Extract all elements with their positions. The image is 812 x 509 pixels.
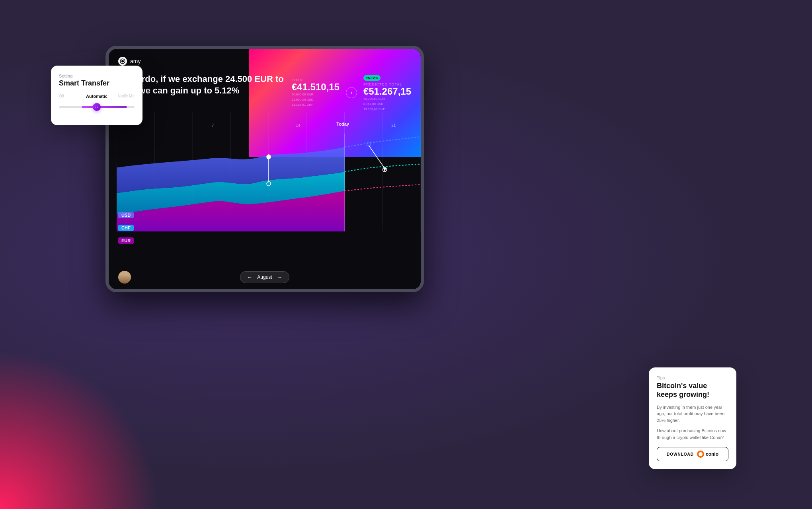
label-chf: CHF (118, 225, 134, 231)
screen-header: amy (109, 49, 421, 70)
thumb-left-arrow: ‹ (95, 105, 96, 109)
slider-container: Off Automatic Notify Me ‹ › (59, 94, 135, 116)
setting-label: Setting (59, 74, 135, 78)
total-amount: €41.510,15 (292, 82, 340, 92)
chart-tick-today: Today (336, 122, 349, 126)
conio-icon (697, 451, 704, 458)
chart-tick-21: 21 (391, 123, 396, 128)
thumb-right-arrow: › (97, 105, 98, 109)
badge-positive: +5.12% (363, 75, 381, 81)
prev-month-arrow[interactable]: ← (247, 274, 252, 280)
slider-off-label: Off (59, 94, 64, 98)
predicted-amount: €51.267,15 (363, 86, 411, 97)
total-block: TOTAL €41.510,15 20.000,60 EUR 15.000,00… (292, 78, 340, 108)
chart-labels: USD CHF EUR (118, 212, 134, 244)
bg-red-accent (0, 350, 159, 509)
month-navigator: ← August → (240, 271, 289, 283)
conio-logo: conio (697, 451, 718, 458)
conio-inner (699, 452, 703, 456)
user-avatar[interactable] (118, 271, 131, 284)
chart-tick-7: 7 (212, 123, 214, 128)
tips-description-1: By investing in them just one year ago, … (657, 404, 728, 424)
slider-fill (82, 106, 127, 108)
svg-point-1 (121, 60, 124, 62)
amy-logo (118, 57, 127, 66)
total-section: TOTAL €41.510,15 20.000,60 EUR 15.000,00… (292, 74, 411, 112)
total-usd: 15.000,00 USD (292, 97, 340, 103)
chart-svg (117, 112, 421, 231)
exchange-arrow: › (346, 87, 357, 98)
pred-usd: 8.167,00 USD (363, 102, 411, 107)
slider-automatic-label: Automatic (86, 94, 107, 99)
slider-labels: Off Automatic Notify Me (59, 94, 135, 98)
ipad-frame: amy Riccardo, if we exchange 24.500 EUR … (105, 46, 424, 292)
thumb-inner: ‹ › (95, 105, 98, 109)
main-message: Riccardo, if we exchange 24.500 EUR to C… (118, 74, 284, 96)
tips-title: Bitcoin's value keeps growing! (657, 382, 728, 399)
label-eur: EUR (118, 237, 134, 244)
screen-bottom: ← August → (109, 268, 421, 289)
slider-notify-label: Notify Me (118, 94, 135, 98)
total-chf: 13.195,61 CHF (292, 103, 340, 108)
download-label: DOWNLOAD (667, 452, 694, 457)
conio-name: conio (706, 451, 718, 457)
predicted-block: +5.12% PREDICTED TOTAL €51.267,15 40.000… (363, 74, 411, 112)
tips-description-2: How about purchasing Bitcoins now throug… (657, 427, 728, 441)
pred-chf: 19.195,61 CHF (363, 107, 411, 112)
predicted-sub: 40.000,60 EUR 8.167,00 USD 19.195,61 CHF (363, 97, 411, 112)
screen-main: Riccardo, if we exchange 24.500 EUR to C… (109, 70, 421, 112)
label-usd: USD (118, 212, 134, 218)
pred-eur: 40.000,60 EUR (363, 97, 411, 102)
tips-label: Tips (657, 375, 728, 380)
smart-transfer-card: Setting Smart Transfer Off Automatic Not… (51, 66, 142, 125)
current-month: August (257, 274, 272, 280)
chart-wrapper: 7 14 Today 21 (109, 112, 421, 268)
download-button[interactable]: DOWNLOAD conio (657, 447, 728, 461)
avatar-image (118, 271, 131, 284)
total-eur: 20.000,60 EUR (292, 92, 340, 97)
slider-thumb[interactable]: ‹ › (93, 103, 101, 111)
chart-tick-14: 14 (296, 123, 300, 128)
card-title: Smart Transfer (59, 79, 135, 87)
tips-card: Tips Bitcoin's value keeps growing! By i… (649, 367, 736, 469)
slider-track[interactable]: ‹ › (59, 106, 135, 108)
svg-line-18 (369, 145, 385, 168)
next-month-arrow[interactable]: → (277, 274, 283, 280)
total-sub: 20.000,60 EUR 15.000,00 USD 13.195,61 CH… (292, 92, 340, 107)
amy-username: amy (130, 58, 141, 64)
ipad-screen: amy Riccardo, if we exchange 24.500 EUR … (109, 49, 421, 289)
